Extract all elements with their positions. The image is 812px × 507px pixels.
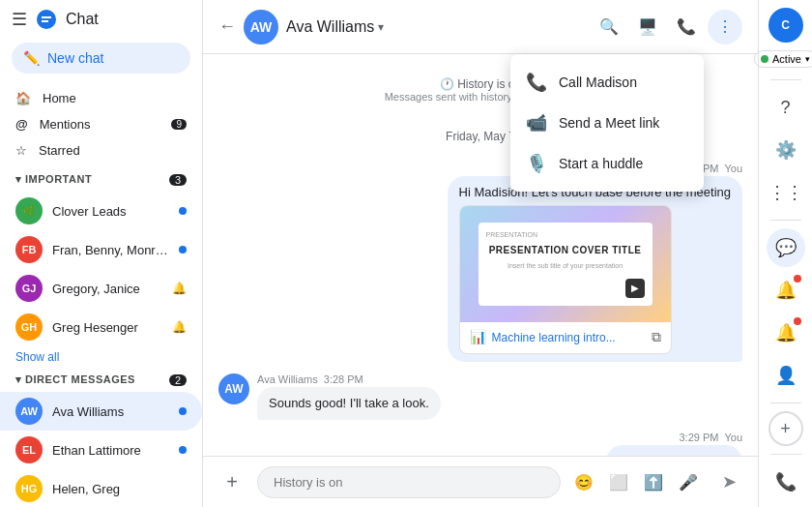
attachment-preview: PRESENTATION PRESENTATION COVER TITLE In… — [460, 206, 671, 322]
search-button[interactable]: 🔍 — [592, 10, 626, 45]
notification-a-button[interactable]: 🔔 — [767, 271, 805, 310]
mentions-icon: @ — [15, 117, 28, 132]
user-avatar[interactable]: C — [768, 8, 803, 43]
record-button[interactable]: 🎤 — [673, 466, 704, 497]
sidebar: ☰ Chat ✏️ New chat 🏠 Home @ Mentions 9 ☆… — [0, 0, 203, 507]
dropdown-menu: 📞 Call Madison 📹 Send a Meet link 🎙️ Sta… — [510, 54, 704, 192]
msg2-time: 3:28 PM — [324, 373, 363, 385]
header-icons: 🔍 🖥️ 📞 ⋮ — [592, 10, 742, 45]
upload-button[interactable]: ⬆️ — [638, 466, 669, 497]
message-row-1: You 3:27 PM Hi Madision! Let's touch bas… — [218, 163, 742, 362]
notification-b-badge — [794, 317, 801, 325]
huddle-icon: 🎙️ — [526, 153, 547, 174]
hamburger-icon[interactable]: ☰ — [12, 9, 27, 30]
notification-b-button[interactable]: 🔔 — [767, 313, 805, 352]
important-label: ▾ Important — [15, 173, 169, 186]
apps-icon: ⋮⋮ — [768, 182, 803, 203]
add-button[interactable]: + — [215, 464, 249, 499]
important-show-all[interactable]: Show all — [0, 346, 202, 368]
chat-item-helen-greg[interactable]: HG Helen, Greg — [0, 469, 202, 507]
add-widget-button[interactable]: + — [768, 411, 803, 446]
dropdown-item-start-huddle[interactable]: 🎙️ Start a huddle — [510, 143, 704, 184]
ethan-unread — [179, 446, 187, 454]
shortcut-home[interactable]: 🏠 Home — [0, 85, 202, 111]
chat-item-greg-hesenger[interactable]: GH Greg Hesenger 🔔 — [0, 308, 202, 346]
divider-2 — [770, 220, 801, 221]
important-section-header[interactable]: ▾ Important 3 — [0, 167, 202, 192]
shortcut-home-label: Home — [43, 91, 76, 105]
contacts-strip-button[interactable]: 👤 — [767, 356, 805, 395]
clover-leads-name: Clover Leads — [52, 204, 169, 219]
message-input[interactable] — [257, 466, 561, 498]
dm-section-header[interactable]: ▾ Direct messages 2 — [0, 368, 202, 392]
chat-item-fran-benny[interactable]: FB Fran, Benny, Monroe, Vin... — [0, 230, 202, 269]
notification-b-icon: 🔔 — [775, 322, 797, 343]
greg-h-name: Greg Hesenger — [52, 320, 162, 335]
attachment-footer: 📊 Machine learning intro... ⧉ — [460, 322, 671, 353]
copy-icon[interactable]: ⧉ — [652, 328, 661, 347]
settings-button[interactable]: ⚙️ — [767, 131, 805, 169]
message-row-3: You 3:29 PM Thank you so much! — [218, 432, 742, 456]
msg2-avatar: AW — [218, 373, 249, 404]
fran-benny-avatar: FB — [15, 236, 43, 263]
dropdown-item-send-meet-link[interactable]: 📹 Send a Meet link — [510, 103, 704, 143]
status-button[interactable]: Active ▾ — [754, 50, 812, 68]
home-icon: 🏠 — [15, 91, 31, 105]
header-name-button[interactable]: Ava Williams ▾ — [286, 18, 584, 36]
help-icon: ? — [780, 98, 790, 118]
dm-label: ▾ Direct messages — [15, 373, 169, 386]
presentation-card: PRESENTATION PRESENTATION COVER TITLE In… — [478, 223, 652, 306]
phone-button[interactable]: 📞 — [669, 10, 704, 45]
chat-item-clover-leads[interactable]: 🌿 Clover Leads — [0, 192, 202, 230]
message-meta-2: Ava Williams 3:28 PM — [257, 373, 441, 385]
msg2-text: Sounds good! I'll take a look. — [269, 396, 429, 410]
back-button[interactable]: ← — [218, 16, 236, 37]
plus-icon: + — [780, 419, 791, 439]
phone-strip-button[interactable]: 📞 — [767, 462, 805, 501]
chat-strip-button[interactable]: 💬 — [767, 228, 805, 267]
video-icon: 🖥️ — [638, 17, 657, 36]
gif-button[interactable]: ⬜ — [603, 466, 634, 497]
apps-button[interactable]: ⋮⋮ — [767, 173, 805, 212]
contacts-strip-icon: 👤 — [775, 365, 797, 386]
shortcut-starred[interactable]: ☆ Starred — [0, 137, 202, 164]
input-area: + 😊 ⬜ ⬆️ 🎤 ➤ — [203, 456, 758, 507]
chevron-down-icon: ▾ — [378, 20, 384, 34]
settings-icon: ⚙️ — [775, 139, 797, 161]
new-chat-label: New chat — [47, 50, 103, 66]
shortcut-starred-label: Starred — [39, 143, 80, 158]
presentation-badge: ▶ — [625, 279, 645, 298]
dropdown-item-call-madison[interactable]: 📞 Call Madison — [510, 62, 704, 103]
attachment-doc-icon: 📊 — [470, 328, 486, 347]
msg3-time: 3:29 PM — [679, 432, 718, 443]
message-meta-3: You 3:29 PM — [679, 432, 742, 443]
phone-strip-icon: 📞 — [775, 471, 797, 492]
more-options-button[interactable]: ⋮ — [708, 10, 742, 45]
chat-item-ava-williams[interactable]: AW Ava Williams — [0, 392, 202, 431]
send-meet-label: Send a Meet link — [559, 115, 659, 131]
send-button[interactable]: ➤ — [711, 464, 746, 499]
emoji-button[interactable]: 😊 — [568, 466, 599, 497]
message-bubble-3: Thank you so much! — [606, 445, 742, 456]
input-icons: 😊 ⬜ ⬆️ 🎤 — [568, 466, 704, 497]
attachment-name: Machine learning intro... — [492, 330, 646, 346]
phone-icon: 📞 — [677, 17, 696, 36]
divider-1 — [770, 79, 801, 80]
help-button[interactable]: ? — [767, 88, 805, 127]
ethan-avatar: EL — [15, 436, 43, 463]
greg-h-bell-icon: 🔔 — [172, 320, 187, 334]
more-icon: ⋮ — [717, 17, 733, 36]
chat-item-gregory-janice[interactable]: GJ Gregory, Janice 🔔 — [0, 269, 202, 308]
ava-name: Ava Williams — [52, 404, 169, 419]
header-username: Ava Williams — [286, 18, 374, 36]
attachment-card[interactable]: PRESENTATION PRESENTATION COVER TITLE In… — [459, 205, 672, 354]
meet-button[interactable]: 🖥️ — [630, 10, 665, 45]
shortcut-mentions[interactable]: @ Mentions 9 — [0, 111, 202, 137]
presentation-subtitle: Insert the sub title of your presentatio… — [486, 261, 645, 271]
google-chat-logo-icon — [35, 8, 58, 31]
message-bubble-2: Sounds good! I'll take a look. — [257, 387, 441, 420]
new-chat-button[interactable]: ✏️ New chat — [12, 43, 190, 74]
chat-item-ethan-lattimore[interactable]: EL Ethan Lattimore — [0, 431, 202, 469]
meet-link-icon: 📹 — [526, 112, 547, 134]
ava-unread — [179, 407, 187, 415]
